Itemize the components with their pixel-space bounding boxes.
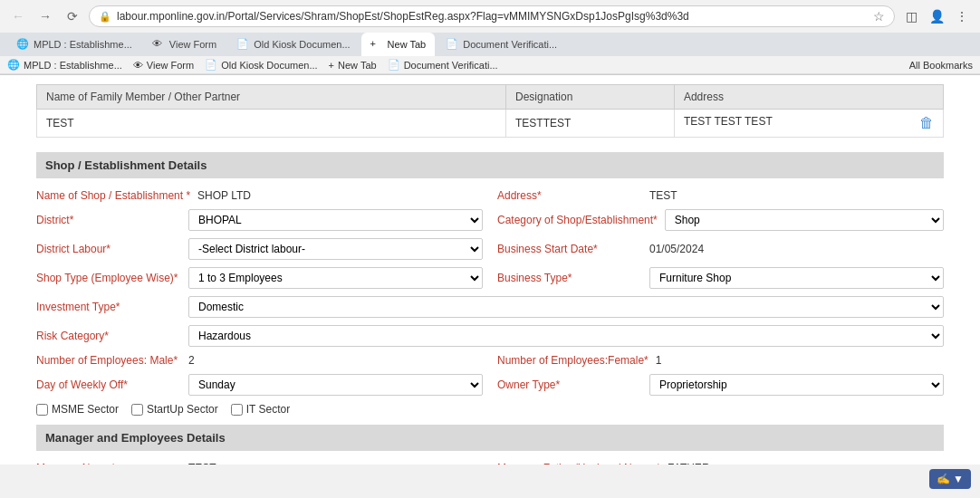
address-label: Address* (497, 189, 642, 202)
manager-name-label: Manager Name* (36, 462, 181, 464)
bookmark-old-kiosk[interactable]: 📄 Old Kiosk Documen... (205, 59, 317, 71)
district-row: District* BHOPAL (36, 209, 483, 231)
back-button[interactable]: ← (7, 5, 29, 27)
shop-section-header: Shop / Establishment Details (36, 152, 944, 178)
shop-type-select[interactable]: 1 to 3 Employees (188, 267, 483, 289)
manager-name-value: TEST (188, 462, 483, 464)
employees-female-row: Number of Employees:Female* 1 (497, 354, 944, 367)
bookmark-icon-mpld: 🌐 (7, 59, 20, 71)
tab-view-form[interactable]: 👁 View Form (143, 33, 226, 56)
district-labour-row: District Labour* -Select District labour… (36, 238, 483, 260)
weekly-off-row: Day of Weekly Off* Sunday (36, 374, 483, 396)
bookmarks-bar: 🌐 MPLD : Establishme... 👁 View Form 📄 Ol… (0, 56, 980, 74)
address-bar[interactable]: 🔒 labour.mponline.gov.in/Portal/Services… (89, 5, 895, 27)
manager-grid: Manager Name* TEST Manager Father/Husban… (36, 462, 944, 464)
browser-actions: ◫ 👤 ⋮ (900, 5, 973, 27)
district-label: District* (36, 214, 181, 226)
col-header-designation: Designation (505, 85, 674, 110)
district-labour-select[interactable]: -Select District labour- (188, 238, 483, 260)
tab-favicon-new: + (370, 38, 383, 51)
investment-type-label: Investment Type* (36, 301, 181, 313)
owner-type-row: Owner Type* Proprietorship (497, 374, 944, 396)
col-header-name: Name of Family Member / Other Partner (37, 85, 506, 110)
bookmark-label-new: New Tab (338, 60, 377, 71)
all-bookmarks[interactable]: All Bookmarks (909, 60, 973, 71)
bookmark-new-tab[interactable]: + New Tab (329, 60, 377, 71)
it-checkbox-item: IT Sector (231, 403, 290, 416)
forward-button[interactable]: → (34, 5, 56, 27)
profile-button[interactable]: 👤 (926, 5, 947, 27)
shop-type-label: Shop Type (Employee Wise)* (36, 272, 181, 284)
employees-female-label: Number of Employees:Female* (497, 354, 649, 367)
tabs-bar: 🌐 MPLD : Establishme... 👁 View Form 📄 Ol… (0, 33, 980, 56)
weekly-off-label: Day of Weekly Off* (36, 378, 181, 391)
tab-old-kiosk[interactable]: 📄 Old Kiosk Documen... (227, 33, 359, 56)
district-select[interactable]: BHOPAL (188, 209, 483, 231)
owner-type-select[interactable]: Proprietorship (649, 374, 944, 396)
extensions-button[interactable]: ◫ (900, 5, 922, 27)
shop-name-row: Name of Shop / Establishment * SHOP LTD (36, 189, 483, 202)
employees-female-value: 1 (656, 354, 944, 367)
it-label: IT Sector (246, 403, 290, 416)
address-row: Address* TEST (497, 189, 944, 202)
bookmark-icon-doc: 📄 (388, 59, 400, 71)
bookmark-doc-verify[interactable]: 📄 Document Verificati... (388, 59, 498, 71)
shop-name-value: SHOP LTD (197, 189, 483, 202)
tab-new-tab[interactable]: + New Tab (361, 33, 436, 56)
tab-favicon-doc: 📄 (446, 38, 458, 51)
risk-category-row: Risk Category* Hazardous (36, 325, 944, 347)
page-content: Name of Family Member / Other Partner De… (0, 75, 980, 464)
it-checkbox[interactable] (231, 404, 243, 416)
weekly-off-select[interactable]: Sunday (188, 374, 483, 396)
business-start-row: Business Start Date* 01/05/2024 (497, 238, 944, 260)
risk-category-label: Risk Category* (36, 330, 181, 342)
bookmark-icon-kiosk: 📄 (205, 59, 217, 71)
address-cell: TEST TEST TEST 🗑 (674, 110, 943, 138)
risk-category-select[interactable]: Hazardous (188, 325, 944, 347)
startup-checkbox-item: StartUp Sector (131, 403, 218, 416)
browser-topbar: ← → ⟳ 🔒 labour.mponline.gov.in/Portal/Se… (0, 0, 980, 33)
category-label: Category of Shop/Establishment* (497, 214, 658, 226)
bookmark-view-form[interactable]: 👁 View Form (133, 60, 194, 71)
menu-button[interactable]: ⋮ (951, 5, 973, 27)
address-value: TEST (649, 189, 944, 202)
shop-form-grid: Name of Shop / Establishment * SHOP LTD … (36, 189, 944, 289)
business-type-label: Business Type* (497, 272, 642, 284)
msme-label: MSME Sector (52, 403, 119, 416)
tab-favicon-mpld: 🌐 (16, 38, 29, 51)
shop-name-label: Name of Shop / Establishment * (36, 189, 190, 202)
employees-male-label: Number of Employees: Male* (36, 354, 181, 367)
url-text: labour.mponline.gov.in/Portal/Services/S… (117, 10, 868, 23)
col-header-address: Address (674, 85, 943, 110)
bookmark-icon-new: + (329, 60, 334, 71)
manager-section-header: Manager and Employees Details (36, 425, 944, 451)
reload-button[interactable]: ⟳ (62, 5, 83, 27)
business-type-row: Business Type* Furniture Shop (497, 267, 944, 289)
tab-favicon-kiosk: 📄 (236, 38, 249, 51)
msme-checkbox[interactable] (36, 404, 48, 416)
bookmark-label-doc: Document Verificati... (404, 60, 498, 71)
bookmark-label-kiosk: Old Kiosk Documen... (221, 60, 317, 71)
bookmark-mpld[interactable]: 🌐 MPLD : Establishme... (7, 59, 122, 71)
lock-icon: 🔒 (99, 11, 111, 23)
tab-mpld[interactable]: 🌐 MPLD : Establishme... (7, 33, 141, 56)
tab-favicon-view: 👁 (152, 38, 165, 51)
investment-type-row: Investment Type* Domestic (36, 296, 944, 318)
employees-grid: Number of Employees: Male* 2 Number of E… (36, 354, 944, 396)
browser-chrome: ← → ⟳ 🔒 labour.mponline.gov.in/Portal/Se… (0, 0, 980, 75)
employees-male-row: Number of Employees: Male* 2 (36, 354, 483, 367)
business-start-label: Business Start Date* (497, 243, 642, 255)
investment-type-select[interactable]: Domestic (188, 296, 944, 318)
startup-checkbox[interactable] (131, 404, 143, 416)
delete-icon[interactable]: 🗑 (919, 115, 934, 131)
district-labour-label: District Labour* (36, 243, 181, 255)
bookmark-icon-view: 👁 (133, 60, 143, 71)
msme-checkbox-item: MSME Sector (36, 403, 119, 416)
category-select[interactable]: Shop (665, 209, 944, 231)
star-icon[interactable]: ☆ (873, 9, 885, 24)
tab-doc-verify[interactable]: 📄 Document Verificati... (437, 33, 566, 56)
shop-type-row: Shop Type (Employee Wise)* 1 to 3 Employ… (36, 267, 483, 289)
owner-type-label: Owner Type* (497, 378, 642, 391)
bookmark-label-view: View Form (147, 60, 194, 71)
business-type-select[interactable]: Furniture Shop (649, 267, 944, 289)
